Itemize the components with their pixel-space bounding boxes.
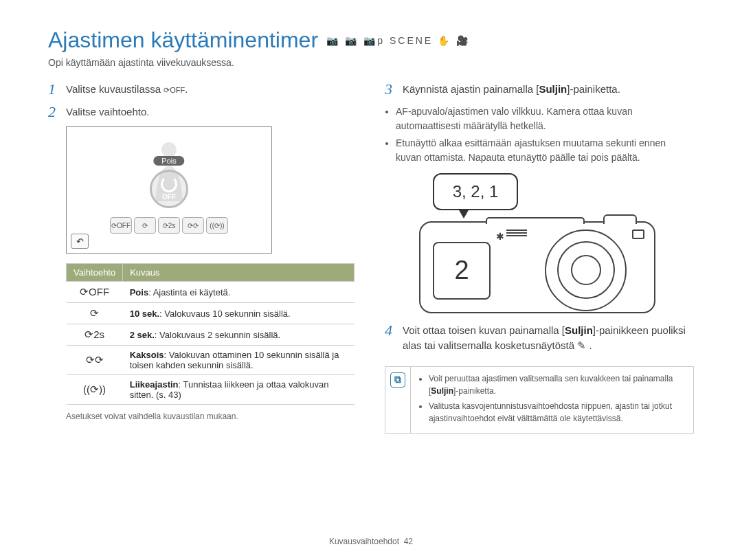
list-item: AF-apuvalo/ajastimen valo vilkkuu. Kamer… (396, 104, 694, 133)
th-option: Vaihtoehto (67, 264, 123, 282)
row-icon: ⟳OFF (67, 282, 123, 303)
touch-icon: ✎ (577, 339, 586, 351)
option-2s[interactable]: ⟳2s (158, 217, 180, 234)
step-2-text: Valitse vaihtoehto. (66, 104, 357, 120)
left-column: 1 Valitse kuvaustilassa ⟳OFF. 2 Valitse … (48, 82, 357, 434)
lens-icon (545, 229, 627, 311)
step-1-number: 1 (48, 82, 66, 98)
row-icon: ((⟳)) (67, 375, 123, 405)
info-icon: ⧉ (385, 367, 411, 433)
timer-option-row: ⟳OFF ⟳ ⟳2s ⟳⟳ ((⟳)) (110, 217, 228, 234)
table-row: ⟳ 10 sek.: Valokuvaus 10 sekunnin sisäll… (67, 303, 355, 324)
table-row: ⟳⟳ Kaksois: Valokuvan ottaminen 10 sekun… (67, 346, 355, 375)
back-button[interactable]: ↶ (71, 234, 89, 249)
option-off[interactable]: ⟳OFF (110, 217, 132, 234)
step-2-number: 2 (48, 104, 66, 120)
option-double[interactable]: ⟳⟳ (182, 217, 204, 234)
front-screen-number: 2 (433, 242, 491, 300)
settings-note: Asetukset voivat vaihdella kuvaustilan m… (66, 412, 357, 421)
table-row: ⟳OFF Pois: Ajastinta ei käytetä. (67, 282, 355, 303)
step-3-number: 3 (385, 82, 403, 98)
timer-off-icon: ⟳OFF (164, 85, 185, 95)
row-icon: ⟳2s (67, 324, 123, 346)
page-subtitle: Opi käyttämään ajastinta viivekuvauksess… (48, 57, 694, 68)
option-10s[interactable]: ⟳ (134, 217, 156, 234)
timer-off-big-icon (150, 170, 188, 208)
countdown-bubble: 3, 2, 1 (433, 173, 518, 210)
page-footer: Kuvausvaihtoehdot 42 (0, 537, 742, 546)
camera-illustration: 3, 2, 1 ✱ 2 (412, 173, 673, 311)
right-column: 3 Käynnistä ajastin painamalla [Suljin]-… (385, 82, 694, 434)
list-item: Valitusta kasvojentunnistusvaihtoehdosta… (429, 400, 685, 425)
timer-mode-label: Pois (153, 156, 184, 166)
th-desc: Kuvaus (123, 264, 355, 282)
step-4-text: Voit ottaa toisen kuvan painamalla [Sulj… (403, 323, 694, 354)
step-1-text: Valitse kuvaustilassa ⟳OFF. (66, 82, 357, 98)
step-4-number: 4 (385, 323, 403, 354)
table-row: ⟳2s 2 sek.: Valokuvaus 2 sekunnin sisäll… (67, 324, 355, 346)
row-icon: ⟳ (67, 303, 123, 324)
list-item: Etunäyttö alkaa esittämään ajastuksen mu… (396, 136, 694, 165)
tip-box: ⧉ Voit peruuttaa ajastimen valitsemalla … (385, 366, 694, 434)
list-item: Voit peruuttaa ajastimen valitsemalla se… (429, 372, 685, 397)
camera-screen-mock: Pois ⟳OFF ⟳ ⟳2s ⟳⟳ ((⟳)) ↶ (66, 126, 272, 254)
options-table: Vaihtoehto Kuvaus ⟳OFF Pois: Ajastinta e… (66, 263, 355, 405)
page-title: Ajastimen käyttäminentimer (48, 27, 318, 53)
svg-point-0 (161, 142, 177, 157)
step-3-text: Käynnistä ajastin painamalla [Suljin]-pa… (403, 82, 694, 98)
camera-body-icon: ✱ 2 (419, 221, 655, 313)
option-motion[interactable]: ((⟳)) (206, 217, 228, 234)
mode-icons: 📷 📷 📷p SCENE ✋ 🎥 (326, 35, 469, 46)
table-row: ((⟳)) Liikeajastin: Tunnistaa liikkeen j… (67, 375, 355, 405)
row-icon: ⟳⟳ (67, 346, 123, 375)
step-3-bullets: AF-apuvalo/ajastimen valo vilkkuu. Kamer… (385, 104, 694, 165)
